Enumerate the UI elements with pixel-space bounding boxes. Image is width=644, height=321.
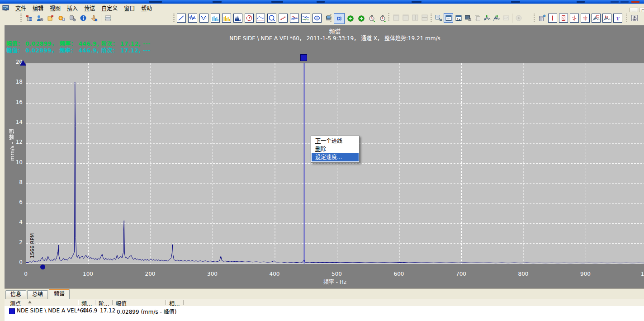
calculator-icon[interactable] (537, 13, 547, 23)
toolbar-separator (512, 14, 512, 23)
text-annotation-icon[interactable]: T (613, 14, 622, 23)
waterfall-plot-icon[interactable] (233, 14, 242, 23)
zoom-box-icon[interactable] (592, 14, 601, 23)
report-icon[interactable] (46, 13, 56, 23)
table-row[interactable]: NDE SIDE \ NDE A VEL*60446.917.120.02899… (5, 306, 644, 314)
overlay-plot-icon[interactable] (290, 14, 299, 23)
waveform-plot-icon[interactable] (188, 14, 197, 23)
column-resize-handle[interactable] (183, 300, 184, 305)
meter-plot-icon[interactable] (245, 14, 254, 23)
trend-plot-icon[interactable] (177, 14, 186, 23)
previous-measurement-icon[interactable] (346, 14, 355, 24)
svg-text:1x: 1x (456, 17, 461, 21)
column-resize-handle[interactable] (78, 300, 79, 305)
toolbar-grip[interactable] (330, 14, 331, 23)
menu-view[interactable]: 视图 (47, 4, 64, 12)
operator-view-icon[interactable] (630, 13, 639, 23)
database-icon[interactable] (67, 13, 77, 23)
menu-edit[interactable]: 编辑 (29, 4, 47, 12)
y-tick-16: 16 (5, 99, 23, 105)
cell-amplitude: 0.02899 (mm/s - 峰值) (117, 307, 176, 315)
x-tick-600: 600 (385, 271, 412, 277)
play-icon (514, 14, 523, 22)
context-menu-delete[interactable]: 删除 (312, 145, 359, 153)
toolbar-grip[interactable] (388, 13, 389, 22)
menu-insert[interactable]: 插入 (64, 4, 81, 12)
titlebar-fragment (511, 1, 520, 3)
time-sync-plot-icon[interactable] (199, 14, 208, 23)
next-measurement-icon[interactable] (356, 14, 366, 24)
single-window-icon[interactable] (444, 13, 453, 23)
toolbar-group-2 (173, 13, 335, 23)
column-resize-handle[interactable] (166, 300, 166, 305)
window-1x-icon[interactable]: 1x (454, 14, 463, 22)
titlebar-window-button[interactable] (620, 1, 629, 3)
cell-frequency: 446.9 (82, 307, 97, 314)
user-icon[interactable] (35, 13, 45, 23)
x-tick-300: 300 (199, 271, 226, 277)
tab-info[interactable]: 信息 (5, 290, 26, 299)
export-grid-icon[interactable] (434, 14, 443, 22)
tab-spectrum[interactable]: 频谱 (49, 289, 70, 299)
spectrum-trace (26, 63, 644, 264)
envelope-plot-icon[interactable] (256, 14, 265, 23)
context-menu-set-speed[interactable]: 设定速度... (312, 153, 359, 161)
toolbar-grip[interactable] (431, 14, 432, 23)
titlebar-fragment (317, 1, 325, 3)
zoom-window-icon[interactable] (464, 14, 472, 22)
menu-transfer[interactable]: 传送 (81, 4, 98, 12)
cursor-handle[interactable] (300, 54, 307, 61)
project-tree-icon[interactable] (24, 13, 34, 23)
time-back-icon[interactable] (367, 14, 377, 24)
next-spectrum-icon[interactable] (492, 14, 501, 22)
menu-file[interactable]: 文件 (12, 4, 29, 12)
table-body: NDE SIDE \ NDE A VEL*60446.917.120.02899… (5, 306, 644, 321)
time-forward-icon[interactable] (378, 14, 388, 24)
orbit-plot-icon[interactable] (313, 14, 322, 23)
spectrum-plot-icon[interactable] (211, 14, 220, 23)
speed-marker[interactable] (40, 264, 45, 269)
menu-bar: 文件编辑视图插入传送自定义窗口帮助 —❐ (0, 4, 644, 13)
tile-horizontal-icon (401, 14, 410, 22)
toolbar-grip[interactable] (20, 14, 22, 23)
band-cursor-icon[interactable] (602, 14, 611, 23)
sideband-cursor-icon[interactable] (559, 14, 568, 23)
titlebar-fragment (149, 1, 162, 3)
x-tick-1000: 1000 (634, 271, 644, 277)
toolbar-group-1 (20, 13, 114, 23)
harmonic-cursor-icon[interactable] (548, 14, 557, 23)
titlebar-window-button[interactable] (611, 1, 619, 3)
order-spectrum-plot-icon[interactable] (222, 14, 231, 23)
tab-summary[interactable]: 总结 (27, 290, 48, 299)
nyquist-plot-icon[interactable] (267, 14, 276, 23)
spectrum-chart[interactable]: 频谱 NDE SIDE \ NDE A VEL*60， 2011-1-5 9:3… (5, 25, 644, 288)
peak-cursor-icon[interactable] (570, 14, 579, 23)
bode-plot-icon[interactable] (279, 14, 288, 23)
column-resize-handle[interactable] (95, 300, 96, 305)
x-tick-200: 200 (137, 271, 164, 277)
toolbar-grip[interactable] (534, 14, 535, 23)
toolbar-group-6: T (534, 13, 624, 23)
column-resize-handle[interactable] (112, 300, 113, 305)
print-icon[interactable] (103, 13, 113, 23)
titlebar-window-button[interactable] (631, 1, 639, 3)
info-icon[interactable] (78, 13, 88, 23)
toolbar-group-4 (388, 13, 430, 22)
menu-help[interactable]: 帮助 (138, 4, 155, 12)
fullscale-triangle-marker[interactable] (20, 60, 26, 66)
context-menu-next-trace[interactable]: 下一个迹线 (312, 137, 359, 145)
alarm-icon[interactable] (57, 13, 66, 23)
plot-area[interactable] (26, 63, 644, 264)
prev-spectrum-icon[interactable] (483, 14, 491, 22)
menu-window[interactable]: 窗口 (121, 4, 138, 12)
menu-customize[interactable]: 自定义 (98, 4, 121, 12)
toolbar-grip[interactable] (626, 14, 627, 23)
panel-tabs: 信息总结频谱 (5, 290, 71, 299)
x-tick-0: 0 (12, 271, 39, 277)
help-pointer-icon[interactable] (89, 13, 99, 23)
window-title-bar (0, 0, 644, 4)
sideband-marker-icon[interactable] (581, 14, 590, 23)
toolbar-grip[interactable] (173, 14, 175, 23)
link-cursors-icon[interactable] (334, 13, 345, 24)
multi-trend-plot-icon[interactable] (301, 14, 310, 23)
